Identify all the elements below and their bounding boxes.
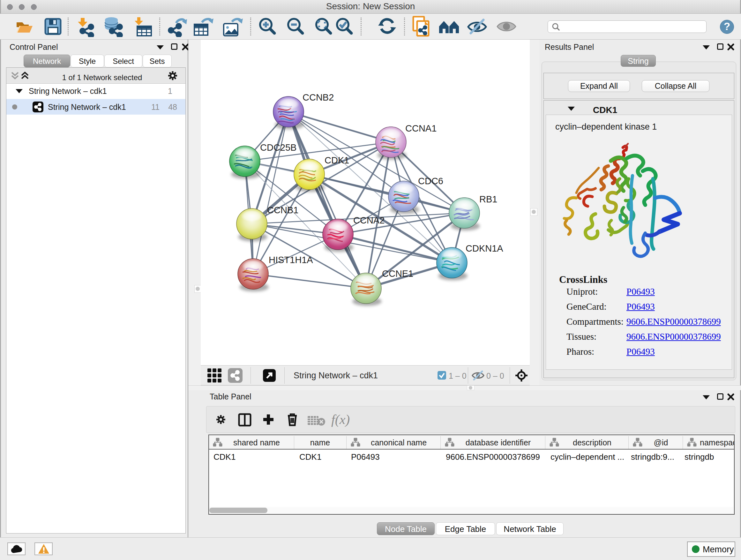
svg-text:CDKN1A: CDKN1A	[466, 243, 503, 253]
svg-text:RB1: RB1	[479, 194, 497, 204]
svg-text:CCNB1: CCNB1	[267, 205, 298, 215]
svg-text:CDC6: CDC6	[418, 176, 443, 186]
svg-text:CCNA2: CCNA2	[353, 215, 385, 226]
svg-text:CCNE1: CCNE1	[382, 268, 413, 279]
svg-text:CCNA1: CCNA1	[405, 123, 436, 133]
svg-text:CCNB2: CCNB2	[302, 92, 334, 103]
svg-text:CDK1: CDK1	[325, 155, 349, 165]
svg-text:HIST1H1A: HIST1H1A	[269, 255, 313, 265]
svg-text:CDC25B: CDC25B	[260, 142, 296, 152]
